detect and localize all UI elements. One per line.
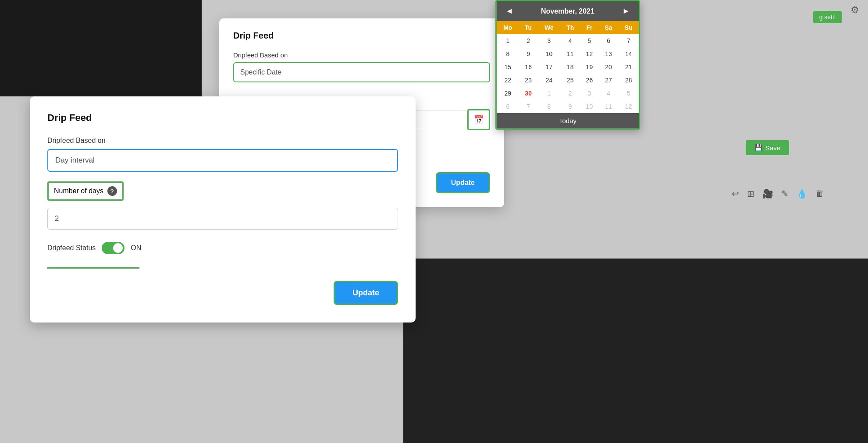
undo-icon[interactable]: ↩	[732, 188, 739, 199]
day-header-tu: Tu	[519, 21, 538, 34]
calendar-day[interactable]: 5	[619, 87, 639, 100]
calendar-day[interactable]: 9	[560, 100, 580, 113]
calendar-day[interactable]: 26	[580, 74, 598, 87]
calendar-day[interactable]: 21	[619, 60, 639, 74]
toolbar-icons: ↩ ⊞ 🎥 ✎ 💧 🗑	[732, 188, 824, 199]
dripfeed-based-on-input-back[interactable]	[233, 62, 490, 82]
calendar-day[interactable]: 11	[560, 47, 580, 60]
grid-icon[interactable]: ⊞	[747, 188, 754, 199]
day-header-sa: Sa	[599, 21, 619, 34]
calendar-day[interactable]: 24	[538, 74, 561, 87]
left-panel	[0, 0, 202, 96]
day-header-mo: Mo	[497, 21, 519, 34]
calendar-day[interactable]: 3	[580, 87, 598, 100]
calendar-day[interactable]: 17	[538, 60, 561, 74]
day-header-fr: Fr	[580, 21, 598, 34]
calendar-day[interactable]: 5	[580, 34, 598, 47]
calendar-day[interactable]: 1	[497, 34, 519, 47]
gear-icon[interactable]: ⚙	[850, 4, 859, 16]
number-of-days-label: Number of days ?	[54, 187, 117, 195]
calendar-day[interactable]: 6	[599, 34, 619, 47]
calendar-grid: Mo Tu We Th Fr Sa Su 1234567891011121314…	[497, 21, 639, 113]
dripfeed-based-on-input-front[interactable]	[47, 149, 398, 172]
calendar-day[interactable]: 18	[560, 60, 580, 74]
calendar-icon-button[interactable]: 📅	[467, 109, 490, 130]
day-header-th: Th	[560, 21, 580, 34]
update-button-front[interactable]: Update	[334, 281, 398, 305]
calendar-day[interactable]: 2	[519, 34, 538, 47]
dark-bottom-area	[403, 259, 868, 443]
calendar-day[interactable]: 27	[599, 74, 619, 87]
help-icon[interactable]: ?	[107, 186, 117, 196]
calendar-today-button[interactable]: Today	[497, 113, 639, 128]
calendar-day[interactable]: 20	[599, 60, 619, 74]
green-underline	[47, 267, 139, 269]
calendar-day[interactable]: 2	[560, 87, 580, 100]
calendar-day[interactable]: 14	[619, 47, 639, 60]
modal-front-title: Drip Feed	[47, 112, 398, 124]
modal-back-title: Drip Feed	[233, 31, 490, 41]
save-button-toolbar[interactable]: 💾 Save	[746, 140, 789, 155]
day-header-we: We	[538, 21, 561, 34]
save-icon: 💾	[754, 144, 763, 152]
settings-button[interactable]: g setti	[813, 11, 842, 23]
drop-icon[interactable]: 💧	[797, 188, 808, 199]
toggle-switch-front[interactable]	[102, 242, 125, 254]
calendar-day[interactable]: 8	[497, 47, 519, 60]
calendar-day[interactable]: 4	[560, 34, 580, 47]
calendar-day[interactable]: 7	[519, 100, 538, 113]
calendar-header: ◄ November, 2021 ►	[497, 1, 639, 21]
calendar-month-year: November, 2021	[541, 7, 594, 15]
modal-day-interval: Drip Feed Dripfeed Based on Number of da…	[30, 96, 416, 323]
calendar-day[interactable]: 30	[519, 87, 538, 100]
edit-icon[interactable]: ✎	[781, 188, 789, 199]
status-row-front: Dripfeed Status ON	[47, 242, 398, 254]
calendar-prev-button[interactable]: ◄	[503, 6, 516, 17]
calendar-day[interactable]: 13	[599, 47, 619, 60]
calendar-day[interactable]: 11	[599, 100, 619, 113]
calendar-day[interactable]: 10	[538, 47, 561, 60]
calendar-day[interactable]: 10	[580, 100, 598, 113]
calendar-day[interactable]: 29	[497, 87, 519, 100]
calendar-day[interactable]: 28	[619, 74, 639, 87]
calendar-day[interactable]: 12	[580, 47, 598, 60]
calendar-day[interactable]: 23	[519, 74, 538, 87]
calendar-day[interactable]: 9	[519, 47, 538, 60]
calendar-day[interactable]: 22	[497, 74, 519, 87]
status-label-front: Dripfeed Status	[47, 244, 96, 252]
dripfeed-based-on-label-back: Dripfeed Based on	[233, 51, 490, 59]
dripfeed-based-on-label-front: Dripfeed Based on	[47, 137, 398, 145]
calendar-next-button[interactable]: ►	[619, 6, 633, 17]
calendar-day[interactable]: 16	[519, 60, 538, 74]
calendar-day[interactable]: 19	[580, 60, 598, 74]
number-of-days-input[interactable]	[47, 208, 398, 230]
calendar-day-headers: Mo Tu We Th Fr Sa Su	[497, 21, 639, 34]
calendar-day[interactable]: 7	[619, 34, 639, 47]
update-button-back[interactable]: Update	[436, 172, 490, 193]
calendar-day[interactable]: 1	[538, 87, 561, 100]
calendar-day[interactable]: 4	[599, 87, 619, 100]
calendar-day[interactable]: 3	[538, 34, 561, 47]
on-label-front: ON	[131, 244, 141, 252]
calendar-day[interactable]: 12	[619, 100, 639, 113]
calendar-popup: ◄ November, 2021 ► Mo Tu We Th Fr Sa Su …	[495, 0, 640, 130]
day-header-su: Su	[619, 21, 639, 34]
calendar-day[interactable]: 15	[497, 60, 519, 74]
video-icon[interactable]: 🎥	[762, 188, 773, 199]
calendar-day[interactable]: 25	[560, 74, 580, 87]
calendar-day[interactable]: 6	[497, 100, 519, 113]
number-of-days-box: Number of days ?	[47, 181, 124, 201]
trash-icon[interactable]: 🗑	[815, 188, 824, 199]
calendar-day[interactable]: 8	[538, 100, 561, 113]
